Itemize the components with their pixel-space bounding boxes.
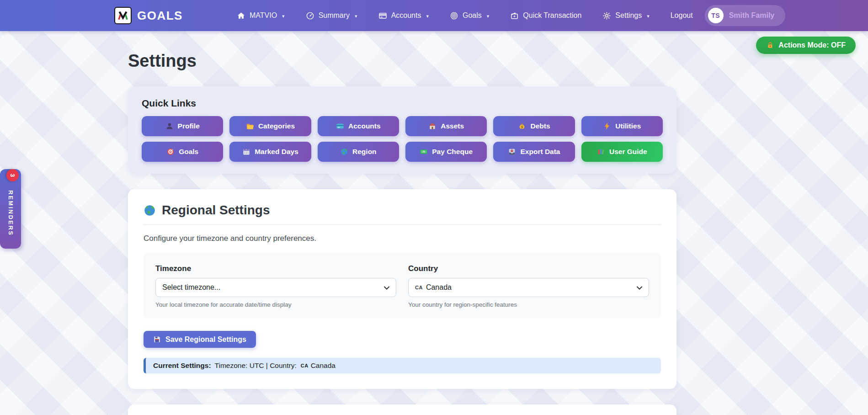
nav-item-goals[interactable]: Goals <box>450 11 489 20</box>
quick-link-region[interactable]: Region <box>318 142 399 162</box>
quick-link-user-guide[interactable]: User Guide <box>581 142 663 162</box>
nav-item-label: Logout <box>671 11 693 20</box>
actions-mode-button[interactable]: Actions Mode: OFF <box>756 37 856 54</box>
quick-link-categories[interactable]: Categories <box>229 116 311 136</box>
lightning-icon <box>603 122 611 130</box>
settings-page: GOALS MATVIO Summary <box>0 0 868 415</box>
target-icon <box>450 11 458 20</box>
current-settings-bar: Current Settings: Timezone: UTC | Countr… <box>144 358 661 373</box>
timezone-select[interactable]: Select timezone... <box>155 278 396 297</box>
house-icon <box>428 122 437 130</box>
globe-icon <box>340 148 348 156</box>
quick-link-accounts[interactable]: Accounts <box>318 116 399 136</box>
quick-link-debts[interactable]: $ Debts <box>493 116 575 136</box>
nav-item-accounts[interactable]: Accounts <box>378 11 429 20</box>
brand-name: GOALS <box>137 9 183 23</box>
home-icon <box>237 11 245 20</box>
page-title: Settings <box>128 51 676 71</box>
chevron-down-icon <box>355 11 357 20</box>
target-icon <box>166 148 175 156</box>
quick-link-label: Profile <box>178 122 200 130</box>
quick-link-label: Export Data <box>520 148 560 156</box>
brand[interactable]: GOALS <box>114 7 183 24</box>
country-label: Country <box>408 264 649 273</box>
nav-item-quick-transaction[interactable]: Quick Transaction <box>510 11 581 20</box>
quick-link-goals[interactable]: Goals <box>142 142 223 162</box>
chevron-down-icon <box>637 286 642 290</box>
reminders-tab[interactable]: 3 REMINDERS <box>0 169 21 249</box>
lock-icon <box>766 41 774 49</box>
quick-link-utilities[interactable]: Utilities <box>581 116 663 136</box>
timezone-help-text: Your local timezone for accurate date/ti… <box>155 301 396 308</box>
quick-link-export-data[interactable]: Export Data <box>493 142 575 162</box>
nav-item-label: Settings <box>615 11 642 20</box>
credit-card-icon <box>336 122 344 130</box>
nav-item-settings[interactable]: Settings <box>602 11 649 20</box>
country-select[interactable]: CA Canada <box>408 278 649 297</box>
chevron-down-icon <box>647 11 650 20</box>
country-field: Country CA Canada Your country for regio… <box>408 264 649 308</box>
nav-item-logout[interactable]: Logout <box>671 11 693 20</box>
canada-flag-icon: CA <box>415 285 423 290</box>
country-selected-value: CA Canada <box>415 283 452 292</box>
quick-links-grid: Profile Categories Accounts <box>142 116 663 162</box>
globe-icon <box>144 204 156 217</box>
quick-links-card: Quick Links Profile Categories <box>128 86 676 174</box>
chevron-down-icon <box>487 11 490 20</box>
banknote-icon: $ <box>420 148 428 156</box>
chevron-down-icon <box>282 11 285 20</box>
timezone-selected-value: Select timezone... <box>162 283 220 292</box>
chevron-down-icon <box>384 286 389 290</box>
gear-icon <box>602 11 611 20</box>
regional-settings-card: Regional Settings Configure your timezon… <box>128 189 676 389</box>
user-avatar: TS <box>708 8 724 23</box>
floppy-disk-icon <box>153 335 161 343</box>
current-settings-value: Timezone: UTC | Country: <box>215 362 297 370</box>
books-icon <box>597 148 605 156</box>
canada-flag-icon: CA <box>301 363 309 368</box>
quick-link-label: Assets <box>441 122 464 130</box>
quick-link-marked-days[interactable]: Marked Days <box>229 142 311 162</box>
credit-card-icon <box>378 11 387 20</box>
nav-item-label: Accounts <box>391 11 421 20</box>
nav-item-label: Goals <box>463 11 482 20</box>
nav-item-label: Summary <box>319 11 350 20</box>
chevron-down-icon <box>426 11 429 20</box>
nav-item-label: Quick Transaction <box>523 11 581 20</box>
navbar: GOALS MATVIO Summary <box>0 0 868 31</box>
quick-link-label: Utilities <box>615 122 641 130</box>
pay-cheque-estimator-card: $ Pay Cheque Estimator <box>128 404 676 415</box>
reminders-label: REMINDERS <box>7 182 14 236</box>
svg-text:$: $ <box>522 125 523 129</box>
save-regional-settings-button[interactable]: Save Regional Settings <box>144 331 256 348</box>
quick-link-profile[interactable]: Profile <box>142 116 223 136</box>
quick-link-assets[interactable]: Assets <box>405 116 487 136</box>
quick-link-label: Accounts <box>348 122 381 130</box>
current-settings-label: Current Settings: <box>153 362 211 370</box>
reminders-count-badge: 3 <box>6 169 19 181</box>
calendar-icon <box>242 148 250 156</box>
quick-link-label: Pay Cheque <box>432 148 473 156</box>
actions-mode-label: Actions Mode: OFF <box>778 41 846 49</box>
regional-form: Timezone Select timezone... Your local t… <box>144 253 661 318</box>
matvio-logo-icon <box>114 7 132 24</box>
user-name: Smith Family <box>729 11 775 20</box>
section-title: Regional Settings <box>162 203 270 218</box>
wallet-icon <box>510 11 519 20</box>
profile-icon <box>165 122 174 130</box>
nav-menu: MATVIO Summary Accounts <box>237 11 693 20</box>
nav-item-label: MATVIO <box>250 11 277 20</box>
user-menu[interactable]: TS Smith Family <box>705 5 786 26</box>
quick-link-label: User Guide <box>609 148 647 156</box>
quick-link-label: Debts <box>530 122 550 130</box>
timezone-label: Timezone <box>155 264 396 273</box>
nav-item-summary[interactable]: Summary <box>306 11 357 20</box>
quick-link-label: Region <box>352 148 377 156</box>
quick-links-title: Quick Links <box>142 98 663 109</box>
nav-item-matvio[interactable]: MATVIO <box>237 11 285 20</box>
quick-link-pay-cheque[interactable]: $ Pay Cheque <box>405 142 487 162</box>
money-bag-icon: $ <box>518 122 526 130</box>
country-name: Canada <box>426 283 452 292</box>
folder-icon <box>246 122 254 130</box>
inbox-tray-icon <box>508 148 516 156</box>
